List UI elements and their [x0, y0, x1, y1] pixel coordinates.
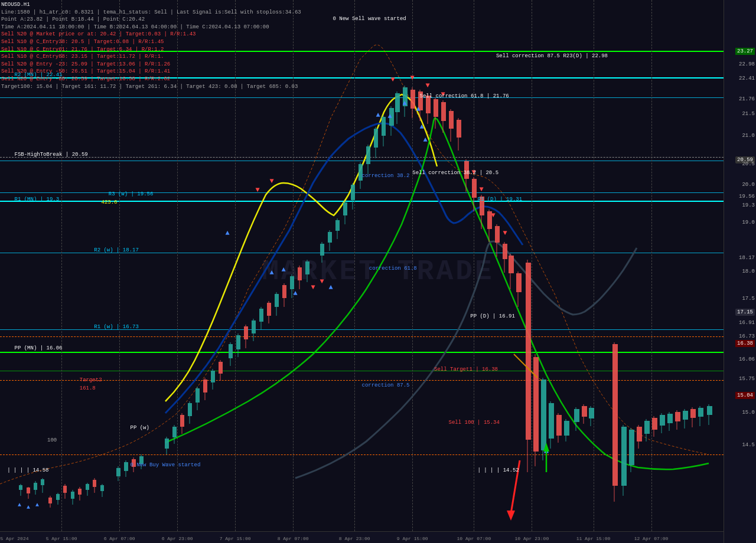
corr-61-label: correction 61.8: [369, 266, 417, 272]
svg-rect-127: [533, 357, 539, 452]
ppd-label: PP (D) | 16.91: [470, 313, 515, 319]
svg-text:▲: ▲: [281, 266, 286, 274]
price-175: 17.5: [742, 296, 755, 302]
svg-rect-45: [211, 371, 215, 382]
svg-rect-41: [195, 388, 200, 403]
new-buy-wave-label: 0 New Buy Wave started: [131, 462, 201, 468]
svg-rect-139: [582, 406, 587, 417]
svg-rect-79: [351, 185, 355, 200]
ppmn-label: PP (MN) | 16.06: [15, 345, 63, 351]
svg-rect-7: [41, 479, 44, 485]
svg-rect-135: [564, 421, 569, 436]
time-apr7-15: 7 Apr 15:00: [220, 536, 251, 541]
info-line-2: Point A:23.82 | Point B:18.44 | Point C:…: [1, 16, 301, 24]
svg-rect-123: [516, 273, 522, 292]
price-1638: 16.38: [735, 341, 755, 346]
symbol-line: NEOUSD.H1: [1, 1, 301, 9]
svg-text:▲: ▲: [225, 229, 230, 237]
svg-rect-47: [219, 362, 223, 374]
svg-rect-23: [100, 485, 104, 491]
svg-text:▼: ▼: [390, 76, 395, 84]
svg-rect-133: [556, 415, 562, 436]
svg-rect-105: [449, 111, 454, 129]
time-apr9-15: 9 Apr 15:00: [397, 536, 428, 541]
svg-rect-85: [374, 129, 378, 148]
time-apr6-23: 6 Apr 23:00: [162, 536, 193, 541]
svg-text:▼: ▼: [491, 211, 496, 220]
time-apr8-23: 8 Apr 23:00: [339, 536, 370, 541]
svg-marker-197: [507, 511, 515, 521]
svg-rect-153: [652, 418, 657, 430]
info-line-6: Sell %10 @ C_Entry61: 21.76 | Target:6.3…: [1, 46, 301, 54]
svg-text:▲: ▲: [416, 105, 421, 113]
corr-38-label: correction 38.2: [362, 173, 410, 179]
svg-text:▲: ▲: [387, 112, 392, 120]
svg-rect-55: [252, 320, 256, 333]
svg-text:↘: ↘: [539, 376, 542, 382]
time-apr10-23: 10 Apr 23:00: [515, 536, 549, 541]
svg-rect-11: [56, 494, 60, 500]
price-1817: 18.17: [739, 255, 755, 261]
svg-text:▼: ▼: [269, 177, 274, 185]
sell100-label: Sell 100 | 15.34: [449, 420, 500, 426]
svg-text:▲: ▲: [376, 111, 380, 119]
svg-rect-77: [343, 202, 347, 215]
svg-rect-69: [305, 261, 309, 274]
svg-rect-103: [441, 102, 446, 121]
r23-label: 423.6: [102, 199, 118, 205]
price-21: 21.0: [742, 133, 755, 139]
price-1575: 15.75: [739, 376, 755, 382]
info-line-7: Sell %10 @ C_Entry88: 23.15 | Target:11.…: [1, 53, 301, 61]
info-line-8: Sell %20 @ Entry -23: 25.09 | Target:13.…: [1, 61, 301, 68]
svg-rect-13: [63, 486, 67, 493]
chart-container: NEOUSD.H1 Line:1580 | h1_atr_c0: 0.8321 …: [0, 0, 756, 543]
svg-rect-131: [549, 403, 554, 439]
price-145: 14.5: [742, 442, 755, 448]
svg-rect-141: [589, 408, 594, 418]
svg-rect-73: [328, 232, 332, 243]
svg-rect-145: [621, 427, 627, 486]
info-line-4: Sell %20 @ Market price or at: 20.42 | T…: [1, 31, 301, 38]
svg-rect-35: [172, 427, 177, 437]
svg-rect-159: [675, 412, 680, 421]
time-scale: 5 Apr 2024 5 Apr 15:00 6 Apr 07:00 6 Apr…: [0, 531, 724, 543]
svg-rect-21: [93, 480, 96, 487]
time-apr5-15: 5 Apr 15:00: [46, 536, 77, 541]
price-1673: 16.73: [739, 333, 755, 339]
price-1606: 16.06: [739, 356, 755, 362]
price-205: 20.5: [742, 161, 755, 167]
svg-rect-9: [48, 498, 52, 503]
info-line-10: Sell %20 @ Entry -88: 28.59 | Target:16.…: [1, 76, 301, 83]
svg-rect-5: [34, 483, 37, 490]
time-apr12-7: 12 Apr 07:00: [634, 536, 669, 541]
svg-rect-61: [275, 294, 279, 307]
sell-corr-38-label: Sell correction 38.2 | 20.5: [412, 170, 498, 176]
r1w-label: R1 (w) | 16.73: [94, 324, 139, 330]
svg-rect-125: [526, 263, 531, 440]
time-apr6-7: 6 Apr 07:00: [104, 536, 135, 541]
r1-mn-label: R1 (MN) | 19.3: [15, 197, 60, 202]
svg-rect-117: [495, 226, 500, 243]
svg-text:▼: ▼: [320, 277, 324, 286]
r1-d-label: R1 (D) | 19.31: [478, 197, 523, 202]
svg-rect-101: [434, 99, 438, 117]
info-line-3: Time A:2024.04.11 18:00:00 | Time B:2024…: [1, 24, 301, 31]
svg-rect-17: [78, 489, 82, 495]
svg-rect-25: [116, 468, 120, 476]
low-label-1: | | | | 14.58: [7, 467, 48, 473]
svg-rect-75: [335, 220, 340, 231]
svg-rect-155: [660, 415, 665, 426]
r2w-label: R2 (w) | 18.17: [94, 247, 139, 253]
svg-rect-137: [574, 409, 579, 422]
svg-text:▼: ▼: [479, 185, 484, 194]
svg-text:▼: ▼: [425, 81, 430, 90]
time-apr5: 5 Apr 2024: [0, 536, 28, 541]
svg-rect-87: [382, 117, 386, 136]
price-1715: 17.15: [735, 309, 755, 315]
price-2298: 22.98: [739, 61, 755, 67]
info-line-5: Sell %10 @ C_Entry38: 20.5 | Target:0.08…: [1, 38, 301, 46]
svg-rect-51: [236, 335, 240, 349]
svg-rect-71: [320, 244, 324, 256]
svg-rect-143: [612, 344, 618, 486]
corr-875-bottom-label: correction 87.5: [362, 382, 410, 388]
